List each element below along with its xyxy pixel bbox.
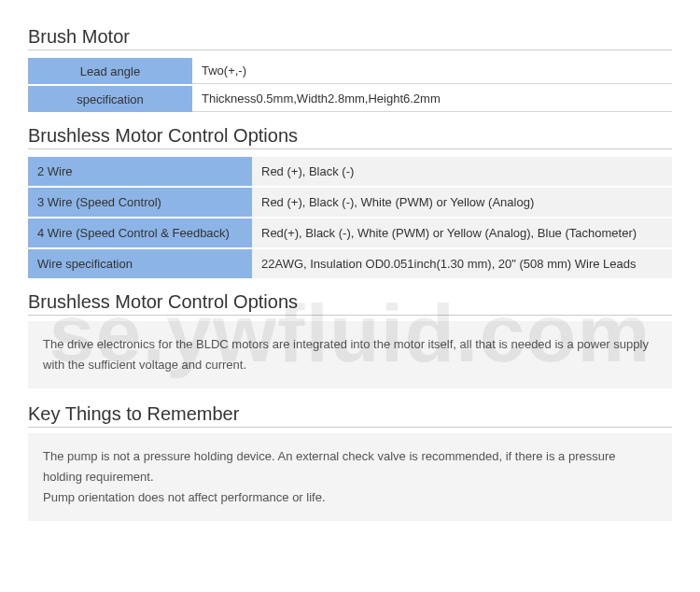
row-value: Red (+), Black (-), White (PWM) or Yello… <box>252 188 672 217</box>
table-row: specification Thickness0.5mm,Width2.8mm,… <box>28 86 672 112</box>
section-title-brushless-options: Brushless Motor Control Options <box>28 125 672 149</box>
note-box-drive-electronics: The drive electronics for the BLDC motor… <box>28 321 672 388</box>
brush-motor-table: Lead angle Two(+,-) specification Thickn… <box>28 56 672 114</box>
row-value: Red (+), Black (-) <box>252 157 672 186</box>
table-row: 4 Wire (Speed Control & Feedback) Red(+)… <box>28 218 672 247</box>
table-row: Lead angle Two(+,-) <box>28 58 672 84</box>
row-value: 22AWG, Insulation OD0.051inch(1.30 mm), … <box>252 249 672 278</box>
row-value: Thickness0.5mm,Width2.8mm,Height6.2mm <box>192 86 672 112</box>
row-label: specification <box>28 86 192 112</box>
note-box-key-things: The pump is not a pressure holding devic… <box>28 433 672 521</box>
row-label: Wire specification <box>28 249 252 278</box>
table-row: 3 Wire (Speed Control) Red (+), Black (-… <box>28 188 672 217</box>
row-value: Two(+,-) <box>192 58 672 84</box>
brushless-options-table: 2 Wire Red (+), Black (-) 3 Wire (Speed … <box>28 155 672 280</box>
row-label: 4 Wire (Speed Control & Feedback) <box>28 218 252 247</box>
row-value: Red(+), Black (-), White (PWM) or Yellow… <box>252 218 672 247</box>
section-title-brushless-options-note: Brushless Motor Control Options <box>28 291 672 316</box>
row-label: 2 Wire <box>28 157 252 186</box>
row-label: 3 Wire (Speed Control) <box>28 188 252 217</box>
row-label: Lead angle <box>28 58 192 84</box>
section-title-key-things: Key Things to Remember <box>28 403 672 428</box>
table-row: Wire specification 22AWG, Insulation OD0… <box>28 249 672 278</box>
section-title-brush-motor: Brush Motor <box>28 26 672 50</box>
table-row: 2 Wire Red (+), Black (-) <box>28 157 672 186</box>
